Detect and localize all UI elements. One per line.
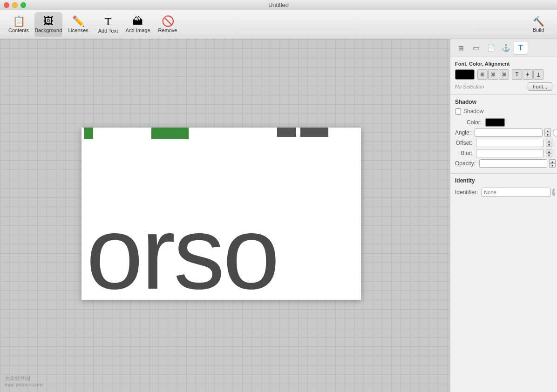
shadow-opacity-label: Opacity: xyxy=(455,160,479,167)
identity-section: Identity Identifier: ? xyxy=(450,174,557,201)
font-color-alignment-title: Font, Color, Alignment xyxy=(455,61,552,67)
font-button[interactable]: Font... xyxy=(528,82,552,91)
watermark-line2: mac.orsoon.com xyxy=(5,382,42,387)
green-bar-center xyxy=(151,128,189,139)
identifier-row: Identifier: ? xyxy=(455,188,552,197)
align-left-btn[interactable] xyxy=(477,69,488,80)
align-center-btn[interactable] xyxy=(488,69,498,80)
tab-text[interactable]: T xyxy=(514,42,528,54)
shadow-opacity-up[interactable]: ▲ xyxy=(549,159,556,163)
titlebar: Untitled xyxy=(0,0,557,10)
grid-icon: ⊞ xyxy=(458,44,464,52)
minimize-button[interactable] xyxy=(12,2,18,8)
shadow-opacity-input[interactable] xyxy=(479,159,547,168)
identifier-label: Identifier: xyxy=(455,189,482,196)
licenses-label: Licenses xyxy=(68,27,88,33)
shadow-blur-input[interactable] xyxy=(476,149,544,157)
valign-middle-icon xyxy=(525,72,530,77)
panel-tabs: ⊞ ▭ 📄 ⚓ T xyxy=(450,39,557,57)
shadow-color-container xyxy=(485,118,552,127)
anchor-icon: ⚓ xyxy=(502,44,510,52)
right-panel: ⊞ ▭ 📄 ⚓ T Font, Color, Alignment xyxy=(450,39,557,392)
tab-anchor[interactable]: ⚓ xyxy=(499,42,513,54)
shadow-opacity-container: ▲ ▼ xyxy=(479,159,556,168)
main-layout: orso 大众软件园 mac.orsoon.com ⊞ ▭ 📄 ⚓ T xyxy=(0,39,557,392)
shadow-blur-container: ▲ ▼ xyxy=(476,149,552,157)
shadow-offset-row: Offset: ▲ ▼ xyxy=(455,139,552,147)
valign-middle-btn[interactable] xyxy=(523,69,533,80)
valign-top-btn[interactable] xyxy=(512,69,522,80)
toolbar-remove[interactable]: 🚫 Remove xyxy=(154,12,182,37)
maximize-button[interactable] xyxy=(20,2,26,8)
shadow-offset-up[interactable]: ▲ xyxy=(546,139,552,143)
align-center-icon xyxy=(491,72,496,77)
font-color-swatch[interactable] xyxy=(455,69,475,80)
shadow-color-row: Color: xyxy=(455,118,552,127)
toolbar: 📋 Contents 🖼 Background ✏️ Licenses T Ad… xyxy=(0,10,557,39)
align-left-icon xyxy=(480,72,485,77)
watermark: 大众软件园 mac.orsoon.com xyxy=(5,375,42,387)
tab-grid[interactable]: ⊞ xyxy=(454,42,468,54)
toolbar-background[interactable]: 🖼 Background xyxy=(34,12,62,37)
identity-title: Identity xyxy=(455,177,552,184)
toolbar-build[interactable]: 🔨 Build xyxy=(524,12,552,37)
shadow-blur-stepper: ▲ ▼ xyxy=(546,149,552,157)
background-label: Background xyxy=(35,27,62,33)
shadow-checkbox-row: Shadow xyxy=(455,108,552,115)
build-icon: 🔨 xyxy=(533,17,544,26)
no-selection-label: No Selection xyxy=(455,84,484,89)
licenses-icon: ✏️ xyxy=(72,16,85,27)
shadow-angle-input[interactable] xyxy=(475,128,543,137)
shadow-angle-up[interactable]: ▲ xyxy=(544,128,551,133)
shadow-title: Shadow xyxy=(455,99,552,105)
slide-main-text: orso xyxy=(86,202,278,300)
shadow-blur-up[interactable]: ▲ xyxy=(546,149,552,153)
toolbar-licenses[interactable]: ✏️ Licenses xyxy=(64,12,92,37)
dark-bar-right2 xyxy=(300,128,328,137)
shadow-angle-stepper: ▲ ▼ xyxy=(544,128,551,137)
remove-icon: 🚫 xyxy=(162,16,174,27)
window-title: Untitled xyxy=(268,1,289,8)
remove-label: Remove xyxy=(158,27,177,33)
shadow-angle-label: Angle: xyxy=(455,129,475,136)
shadow-angle-circle[interactable] xyxy=(553,129,557,136)
shadow-opacity-row: Opacity: ▲ ▼ xyxy=(455,159,552,168)
toolbar-add-image[interactable]: 🏔 Add Image xyxy=(124,12,152,37)
add-text-label: Add Text xyxy=(98,28,118,34)
toolbar-add-text[interactable]: T Add Text xyxy=(94,12,122,37)
valign-top-icon xyxy=(515,72,519,77)
close-button[interactable] xyxy=(4,2,9,8)
shadow-angle-container: ▲ ▼ xyxy=(475,128,557,137)
build-label: Build xyxy=(533,27,544,33)
toolbar-contents[interactable]: 📋 Contents xyxy=(5,12,33,37)
tablet-icon: ▭ xyxy=(473,44,480,53)
shadow-checkbox[interactable] xyxy=(455,108,461,115)
shadow-blur-down[interactable]: ▼ xyxy=(546,153,552,157)
identifier-input[interactable] xyxy=(482,188,550,197)
shadow-offset-input[interactable] xyxy=(476,139,544,147)
shadow-offset-container: ▲ ▼ xyxy=(476,139,552,147)
shadow-section: Shadow Shadow Color: Angle: ▲ ▼ xyxy=(450,95,557,174)
font-color-alignment-section: Font, Color, Alignment xyxy=(450,57,557,95)
contents-label: Contents xyxy=(8,27,29,33)
shadow-opacity-down[interactable]: ▼ xyxy=(549,163,556,168)
canvas-area[interactable]: orso 大众软件园 mac.orsoon.com xyxy=(0,39,450,392)
shadow-offset-down[interactable]: ▼ xyxy=(546,143,552,147)
dark-bar-right1 xyxy=(277,128,296,137)
shadow-checkbox-label: Shadow xyxy=(463,108,483,115)
align-right-btn[interactable] xyxy=(499,69,509,80)
shadow-color-swatch[interactable] xyxy=(485,118,505,127)
shadow-offset-label: Offset: xyxy=(455,140,476,146)
text-icon: T xyxy=(518,44,523,52)
shadow-angle-row: Angle: ▲ ▼ xyxy=(455,128,552,137)
shadow-angle-down[interactable]: ▼ xyxy=(544,133,551,137)
valign-bottom-icon xyxy=(536,72,541,77)
tab-page[interactable]: 📄 xyxy=(484,42,498,54)
tab-tablet[interactable]: ▭ xyxy=(469,42,483,54)
identifier-help-button[interactable]: ? xyxy=(552,189,555,196)
add-image-icon: 🏔 xyxy=(133,16,143,27)
slide-container: orso xyxy=(82,128,361,300)
shadow-color-label: Color: xyxy=(455,119,485,126)
valign-bottom-btn[interactable] xyxy=(533,69,543,80)
watermark-line1: 大众软件园 xyxy=(5,375,42,382)
